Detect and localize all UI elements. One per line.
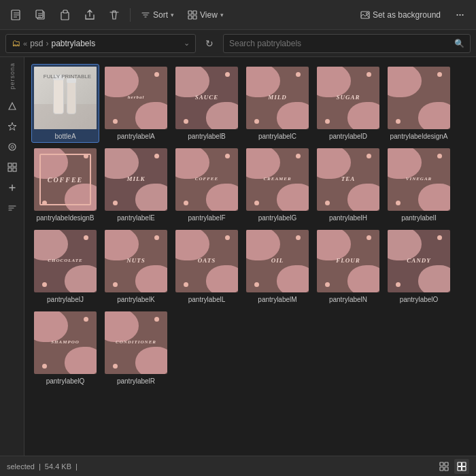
file-name: pantrylabelA xyxy=(117,132,155,141)
file-name: pantrylabelI xyxy=(401,214,437,222)
sort-chevron: ▾ xyxy=(171,12,174,18)
grid-view-button[interactable] xyxy=(437,459,452,474)
duplicate-icon[interactable] xyxy=(30,4,52,26)
status-left: selected | 54.4 KB | xyxy=(7,462,78,471)
file-item[interactable]: herbal pantrylabelA xyxy=(102,64,170,143)
file-item[interactable]: CREAMER pantrylabelG xyxy=(243,146,311,224)
file-item[interactable]: COFFEE pantrylabeldesignB xyxy=(31,146,99,224)
svg-point-10 xyxy=(366,12,368,14)
new-icon[interactable] xyxy=(5,4,27,26)
file-thumbnail: FULLY PRINTABLE xyxy=(34,67,97,129)
file-thumbnail: NUTS xyxy=(105,230,167,292)
search-icon: 🔍 xyxy=(454,39,464,48)
file-thumbnail: CHOCOLATE xyxy=(34,230,97,292)
svg-rect-19 xyxy=(440,467,443,471)
svg-rect-15 xyxy=(8,168,12,171)
file-item[interactable]: OIL pantrylabelM xyxy=(243,227,311,306)
file-thumbnail: CONDITIONER xyxy=(105,311,167,374)
selected-label: selected xyxy=(7,462,35,471)
file-name: pantrylabelH xyxy=(329,214,367,222)
svg-rect-17 xyxy=(440,462,443,466)
file-item[interactable]: CHOCOLATE pantrylabelJ xyxy=(31,227,99,306)
file-thumbnail: CANDY xyxy=(388,230,450,292)
breadcrumb-psd: psd xyxy=(30,39,43,48)
file-item[interactable]: VINEGAR pantrylabelI xyxy=(385,146,453,224)
file-name: bottleA xyxy=(54,132,75,141)
file-name: pantrylabelB xyxy=(188,132,226,141)
sidebar-tool-1[interactable] xyxy=(3,97,22,116)
file-item[interactable]: pantrylabeldesignA xyxy=(385,64,453,143)
file-item[interactable]: CANDY pantrylabelO xyxy=(385,227,453,306)
more-button[interactable]: ··· xyxy=(449,4,471,26)
refresh-button[interactable]: ↻ xyxy=(200,34,219,53)
sort-button[interactable]: Sort ▾ xyxy=(135,5,180,24)
file-item[interactable]: MILK pantrylabelE xyxy=(102,146,170,224)
file-name: pantrylabelD xyxy=(329,132,367,141)
file-item[interactable]: FULLY PRINTABLE bottleA xyxy=(31,64,99,143)
sidebar-tool-6[interactable] xyxy=(3,199,22,218)
paste-icon[interactable] xyxy=(54,4,76,26)
file-thumbnail: OIL xyxy=(246,230,309,292)
file-thumbnail: COFFEE xyxy=(34,148,97,211)
file-item[interactable]: FLOUR pantrylabelN xyxy=(314,227,382,306)
svg-rect-13 xyxy=(8,163,12,167)
file-name: pantrylabelE xyxy=(117,214,155,222)
file-item[interactable]: SAUCE pantrylabelB xyxy=(173,64,241,143)
status-right xyxy=(437,459,469,474)
file-name: pantrylabelL xyxy=(188,295,225,304)
address-bar: 🗂 « psd › pabtrylabels ⌄ ↻ 🔍 xyxy=(0,30,476,57)
view-label: View xyxy=(200,10,218,20)
file-item[interactable]: SHAMPOO pantrylabelQ xyxy=(31,309,99,388)
svg-rect-16 xyxy=(13,168,16,171)
file-thumbnail: SHAMPOO xyxy=(34,311,97,374)
svg-rect-7 xyxy=(188,16,192,19)
file-thumbnail: SAUCE xyxy=(175,67,238,129)
share-icon[interactable] xyxy=(79,4,101,26)
file-item[interactable]: CONDITIONER pantrylabelR xyxy=(102,309,170,388)
svg-rect-22 xyxy=(462,462,466,466)
status-separator: | xyxy=(39,462,41,471)
search-input[interactable] xyxy=(229,39,452,48)
file-item[interactable]: OATS pantrylabelL xyxy=(173,227,241,306)
file-thumbnail: TEA xyxy=(317,148,379,211)
file-name: pantrylabelR xyxy=(117,377,155,386)
file-name: pantrylabelQ xyxy=(46,377,85,386)
file-size: 54.4 KB xyxy=(45,462,71,471)
delete-icon[interactable] xyxy=(103,4,125,26)
breadcrumb[interactable]: 🗂 « psd › pabtrylabels ⌄ xyxy=(5,34,196,53)
svg-rect-2 xyxy=(36,10,43,18)
large-grid-view-button[interactable] xyxy=(454,459,469,474)
sidebar-tool-4[interactable] xyxy=(3,158,22,177)
view-button[interactable]: View ▾ xyxy=(182,5,229,24)
sort-label: Sort xyxy=(153,10,168,20)
file-name: pantrylabelJ xyxy=(47,295,84,304)
file-item[interactable]: TEA pantrylabelH xyxy=(314,146,382,224)
sidebar-tool-3[interactable] xyxy=(3,137,22,156)
file-item[interactable]: SUGAR pantrylabelD xyxy=(314,64,382,143)
sidebar-tool-5[interactable] xyxy=(3,178,22,197)
svg-rect-24 xyxy=(462,466,466,471)
set-background-button[interactable]: Set as background xyxy=(355,5,446,24)
file-thumbnail xyxy=(388,67,450,129)
file-name: pantrylabeldesignA xyxy=(390,132,447,141)
file-thumbnail: FLOUR xyxy=(317,230,379,292)
svg-rect-4 xyxy=(63,10,67,13)
breadcrumb-arrow: › xyxy=(46,39,48,48)
status-separator2: | xyxy=(75,462,78,471)
file-thumbnail: CREAMER xyxy=(246,148,309,211)
file-name: pantrylabeldesignB xyxy=(36,214,94,222)
file-item[interactable]: MILD pantrylabelC xyxy=(243,64,311,143)
sidebar-tool-2[interactable] xyxy=(3,117,22,136)
file-thumbnail: OATS xyxy=(175,230,238,292)
file-item[interactable]: COFFEE pantrylabelF xyxy=(173,146,241,224)
svg-rect-20 xyxy=(445,467,448,471)
svg-rect-18 xyxy=(445,462,448,466)
sidebar-label: persona xyxy=(9,63,16,90)
search-box[interactable]: 🔍 xyxy=(223,34,471,53)
file-thumbnail: herbal xyxy=(105,67,167,129)
toolbar-separator xyxy=(130,8,131,22)
file-item[interactable]: NUTS pantrylabelK xyxy=(102,227,170,306)
file-thumbnail: MILK xyxy=(105,148,167,211)
toolbar: Sort ▾ View ▾ Set as background ··· xyxy=(0,0,476,30)
dropdown-arrow[interactable]: ⌄ xyxy=(184,39,190,48)
